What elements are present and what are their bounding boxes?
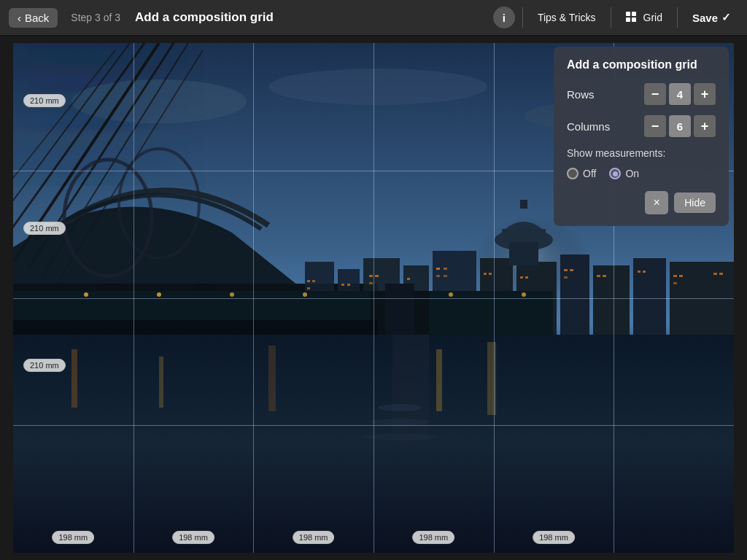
svg-rect-54 — [564, 269, 568, 271]
tips-label: Tips & Tricks — [538, 12, 596, 23]
cols-row: Columns − 6 + — [567, 115, 716, 137]
svg-rect-51 — [489, 273, 492, 275]
svg-rect-37 — [312, 280, 315, 282]
svg-rect-86 — [13, 320, 378, 335]
close-button[interactable]: × — [645, 191, 668, 214]
svg-rect-63 — [673, 282, 677, 284]
tips-tricks-button[interactable]: Tips & Tricks — [530, 8, 603, 27]
panel-bottom: × Hide — [567, 191, 716, 214]
radio-on-option[interactable]: On — [609, 168, 639, 179]
close-icon: × — [654, 196, 660, 209]
radio-off-option[interactable]: Off — [567, 168, 596, 179]
svg-point-72 — [449, 292, 453, 297]
svg-point-85 — [363, 433, 436, 440]
cols-decrement-button[interactable]: − — [644, 115, 666, 137]
svg-point-69 — [230, 292, 234, 297]
composition-grid-panel: Add a composition grid Rows − 4 + Column… — [554, 47, 729, 226]
svg-point-67 — [84, 292, 88, 297]
radio-on-circle — [609, 168, 621, 179]
radio-off-label: Off — [583, 168, 596, 179]
cols-value: 6 — [669, 115, 691, 137]
measurements-label: Show measurements: — [567, 147, 716, 159]
svg-rect-40 — [347, 284, 350, 286]
svg-point-84 — [371, 419, 429, 426]
svg-rect-78 — [159, 357, 163, 408]
hide-label: Hide — [684, 197, 705, 209]
svg-point-70 — [303, 292, 307, 297]
svg-rect-34 — [520, 200, 527, 209]
meas-label-bottom-1: 198 mm — [52, 531, 94, 544]
rows-label: Rows — [567, 88, 644, 101]
svg-rect-35 — [502, 229, 546, 242]
svg-rect-77 — [71, 349, 77, 408]
svg-rect-62 — [679, 275, 683, 277]
svg-rect-57 — [597, 275, 600, 277]
svg-point-83 — [378, 404, 422, 411]
main-area: 210 mm 210 mm 210 mm 198 mm 198 mm 198 m… — [0, 36, 747, 560]
rows-value: 4 — [669, 83, 691, 105]
divider3 — [677, 7, 678, 28]
svg-rect-58 — [603, 275, 606, 277]
svg-rect-36 — [307, 280, 310, 282]
svg-rect-28 — [560, 254, 589, 335]
rows-row: Rows − 4 + — [567, 83, 716, 105]
info-icon: i — [503, 12, 506, 24]
grid-label: Grid — [643, 12, 662, 23]
grid-icon — [626, 12, 638, 23]
svg-rect-33 — [509, 240, 538, 265]
svg-rect-81 — [487, 342, 496, 415]
svg-rect-52 — [520, 276, 523, 279]
svg-point-7 — [268, 69, 487, 105]
radio-row: Off On — [567, 168, 716, 179]
cols-label: Columns — [567, 120, 644, 133]
svg-rect-50 — [484, 273, 487, 275]
save-button[interactable]: Save ✓ — [685, 7, 738, 28]
svg-rect-2 — [626, 18, 630, 22]
meas-label-bottom-2: 198 mm — [172, 531, 214, 544]
svg-rect-82 — [392, 335, 429, 444]
svg-rect-60 — [643, 271, 646, 273]
checkmark-icon: ✓ — [721, 11, 731, 24]
radio-on-label: On — [625, 168, 639, 179]
radio-off-circle — [567, 168, 578, 179]
svg-rect-0 — [626, 12, 630, 16]
svg-rect-47 — [444, 268, 447, 270]
info-button[interactable]: i — [493, 7, 515, 28]
rows-decrement-button[interactable]: − — [644, 83, 666, 105]
cols-stepper: − 6 + — [644, 115, 716, 137]
svg-rect-39 — [341, 284, 344, 286]
svg-rect-45 — [407, 278, 410, 280]
save-label: Save — [692, 12, 718, 24]
cols-increment-button[interactable]: + — [694, 115, 716, 137]
svg-rect-79 — [268, 346, 276, 411]
rows-increment-button[interactable]: + — [694, 83, 716, 105]
meas-label-left-2: 210 mm — [23, 222, 66, 235]
svg-rect-76 — [13, 335, 734, 553]
step-label: Step 3 of 3 — [71, 12, 120, 23]
svg-rect-53 — [525, 276, 528, 279]
svg-rect-56 — [564, 276, 568, 279]
back-label: Back — [25, 12, 49, 24]
divider2 — [611, 7, 611, 28]
divider — [522, 7, 523, 28]
svg-rect-55 — [570, 269, 573, 271]
svg-rect-1 — [632, 12, 636, 16]
radio-on-dot — [613, 171, 618, 176]
chevron-left-icon: ‹ — [18, 12, 21, 24]
svg-point-68 — [157, 292, 161, 297]
grid-button[interactable]: Grid — [619, 8, 670, 27]
svg-rect-59 — [638, 271, 640, 273]
svg-rect-48 — [436, 275, 440, 277]
svg-rect-64 — [713, 273, 717, 275]
svg-rect-3 — [632, 18, 636, 22]
meas-label-left-1: 210 mm — [23, 94, 66, 107]
svg-rect-38 — [307, 287, 310, 289]
top-bar: ‹ Back Step 3 of 3 Add a composition gri… — [0, 0, 747, 36]
svg-rect-80 — [436, 349, 442, 411]
back-button[interactable]: ‹ Back — [9, 8, 58, 28]
rows-stepper: − 4 + — [644, 83, 716, 105]
svg-rect-46 — [436, 268, 440, 270]
panel-title: Add a composition grid — [567, 58, 716, 71]
hide-button[interactable]: Hide — [674, 192, 716, 213]
svg-point-73 — [522, 292, 526, 297]
